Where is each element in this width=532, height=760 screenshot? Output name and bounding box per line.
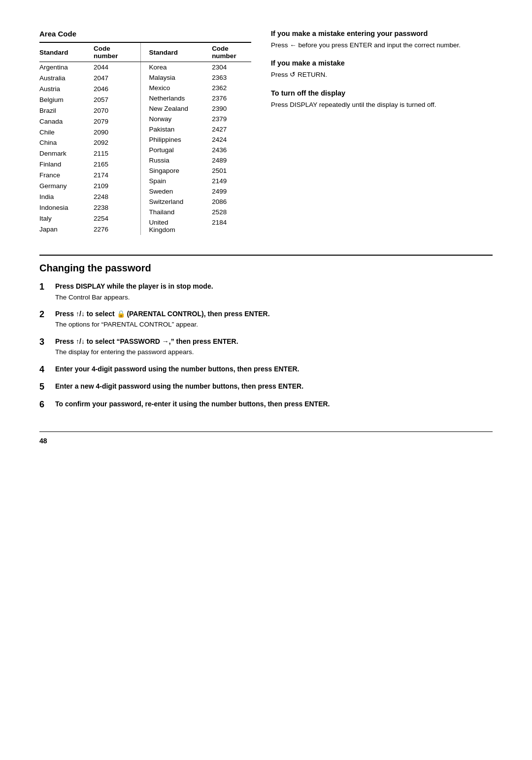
col-standard-right: Standard bbox=[141, 43, 212, 62]
standard-cell: Korea bbox=[141, 62, 212, 73]
code-cell: 2424 bbox=[212, 134, 251, 145]
table-row: Switzerland2086 bbox=[141, 197, 251, 207]
standard-cell: Chile bbox=[39, 127, 94, 138]
standard-cell: Spain bbox=[141, 176, 212, 186]
standard-cell: Malaysia bbox=[141, 72, 212, 83]
step-item: 3Press ↑/↓ to select “PASSWORD →,” then … bbox=[39, 337, 493, 358]
area-code-title: Area Code bbox=[39, 30, 251, 38]
standard-cell: France bbox=[39, 170, 94, 181]
table-row: Germany2109 bbox=[39, 181, 141, 192]
standard-cell: Sweden bbox=[141, 186, 212, 197]
right-instructions: If you make a mistake entering your pass… bbox=[271, 30, 493, 235]
step-main-text: Enter a new 4-digit password using the n… bbox=[55, 382, 493, 392]
standard-cell: Norway bbox=[141, 114, 212, 124]
code-cell: 2174 bbox=[94, 170, 141, 181]
step-main-text: Press DISPLAY while the player is in sto… bbox=[55, 282, 493, 292]
table-row: France2174 bbox=[39, 170, 141, 181]
page-content: Area Code Standard Code number Argentina… bbox=[39, 30, 493, 445]
code-cell: 2436 bbox=[212, 145, 251, 155]
code-cell: 2070 bbox=[94, 105, 141, 116]
col-standard-left: Standard bbox=[39, 43, 94, 62]
standard-cell: Pakistan bbox=[141, 124, 212, 134]
table-row: India2248 bbox=[39, 192, 141, 202]
table-row: Philippines2424 bbox=[141, 134, 251, 145]
table-row: Chile2090 bbox=[39, 127, 141, 138]
standard-cell: Indonesia bbox=[39, 202, 94, 213]
table-row: Netherlands2376 bbox=[141, 93, 251, 103]
code-cell: 2092 bbox=[94, 137, 141, 148]
step-content: Enter your 4-digit password using the nu… bbox=[55, 364, 493, 375]
table-row: Norway2379 bbox=[141, 114, 251, 124]
standard-cell: Australia bbox=[39, 73, 94, 84]
step-number: 3 bbox=[39, 337, 51, 348]
standard-cell: Argentina bbox=[39, 62, 94, 73]
step-sub-text: The options for “PARENTAL CONTROL” appea… bbox=[55, 320, 493, 330]
step-item: 4Enter your 4-digit password using the n… bbox=[39, 364, 493, 375]
standard-cell: UnitedKingdom bbox=[141, 217, 212, 235]
standard-cell: Switzerland bbox=[141, 197, 212, 207]
table-row: Korea2304 bbox=[141, 62, 251, 73]
step-sub-text: The Control Bar appears. bbox=[55, 293, 493, 302]
step-main-text: Press ↑/↓ to select “PASSWORD →,” then p… bbox=[55, 337, 493, 347]
standard-cell: Finland bbox=[39, 159, 94, 170]
col-code-left: Code number bbox=[94, 43, 141, 62]
table-row: Russia2489 bbox=[141, 155, 251, 165]
table-row: Spain2149 bbox=[141, 176, 251, 186]
code-cell: 2276 bbox=[94, 224, 141, 235]
step-content: Press ↑/↓ to select “PASSWORD →,” then p… bbox=[55, 337, 493, 358]
table-row: Malaysia2363 bbox=[141, 72, 251, 83]
changing-password-title: Changing the password bbox=[39, 263, 493, 274]
code-cell: 2115 bbox=[94, 148, 141, 159]
table-row: Belgium2057 bbox=[39, 95, 141, 105]
table-row: Canada2079 bbox=[39, 116, 141, 127]
code-cell: 2238 bbox=[94, 202, 141, 213]
step-main-text: To confirm your password, re-enter it us… bbox=[55, 399, 493, 409]
table-row: Australia2047 bbox=[39, 73, 141, 84]
standard-cell: Canada bbox=[39, 116, 94, 127]
mistake-body: Press ↺ RETURN. bbox=[271, 70, 493, 80]
code-cell: 2079 bbox=[94, 116, 141, 127]
table-row: Singapore2501 bbox=[141, 165, 251, 176]
step-main-text: Press ↑/↓ to select 🔒 (PARENTAL CONTROL)… bbox=[55, 309, 493, 319]
step-sub-text: The display for entering the password ap… bbox=[55, 347, 493, 357]
standard-cell: Philippines bbox=[141, 134, 212, 145]
code-cell: 2254 bbox=[94, 213, 141, 224]
table-row: Denmark2115 bbox=[39, 148, 141, 159]
standard-cell: Italy bbox=[39, 213, 94, 224]
code-cell: 2427 bbox=[212, 124, 251, 134]
standard-cell: Germany bbox=[39, 181, 94, 192]
page-number: 48 bbox=[39, 437, 47, 445]
code-cell: 2501 bbox=[212, 165, 251, 176]
table-row: Argentina2044 bbox=[39, 62, 141, 73]
area-table-right: Standard Code number Korea2304Malaysia23… bbox=[141, 43, 251, 235]
code-cell: 2528 bbox=[212, 207, 251, 217]
step-content: To confirm your password, re-enter it us… bbox=[55, 399, 493, 410]
code-cell: 2304 bbox=[212, 62, 251, 73]
table-row: Mexico2362 bbox=[141, 83, 251, 93]
standard-cell: China bbox=[39, 137, 94, 148]
turn-off-title: To turn off the display bbox=[271, 89, 493, 97]
top-section: Area Code Standard Code number Argentina… bbox=[39, 30, 493, 235]
table-row: Brazil2070 bbox=[39, 105, 141, 116]
step-number: 1 bbox=[39, 282, 51, 293]
table-row: Austria2046 bbox=[39, 84, 141, 95]
code-cell: 2044 bbox=[94, 62, 141, 73]
code-cell: 2499 bbox=[212, 186, 251, 197]
standard-cell: Japan bbox=[39, 224, 94, 235]
table-row: Japan2276 bbox=[39, 224, 141, 235]
step-content: Press DISPLAY while the player is in sto… bbox=[55, 282, 493, 302]
area-code-table-wrapper: Standard Code number Argentina2044Austra… bbox=[39, 42, 251, 235]
mistake-password-body: Press ← before you press ENTER and input… bbox=[271, 40, 493, 50]
table-row: New Zealand2390 bbox=[141, 103, 251, 114]
table-row: China2092 bbox=[39, 137, 141, 148]
step-item: 2Press ↑/↓ to select 🔒 (PARENTAL CONTROL… bbox=[39, 309, 493, 330]
standard-cell: New Zealand bbox=[141, 103, 212, 114]
code-cell: 2046 bbox=[94, 84, 141, 95]
col-code-right: Code number bbox=[212, 43, 251, 62]
step-number: 2 bbox=[39, 309, 51, 320]
table-row: Pakistan2427 bbox=[141, 124, 251, 134]
step-item: 6To confirm your password, re-enter it u… bbox=[39, 399, 493, 410]
page-footer: 48 bbox=[39, 431, 493, 445]
code-cell: 2184 bbox=[212, 217, 251, 235]
step-number: 4 bbox=[39, 364, 51, 375]
